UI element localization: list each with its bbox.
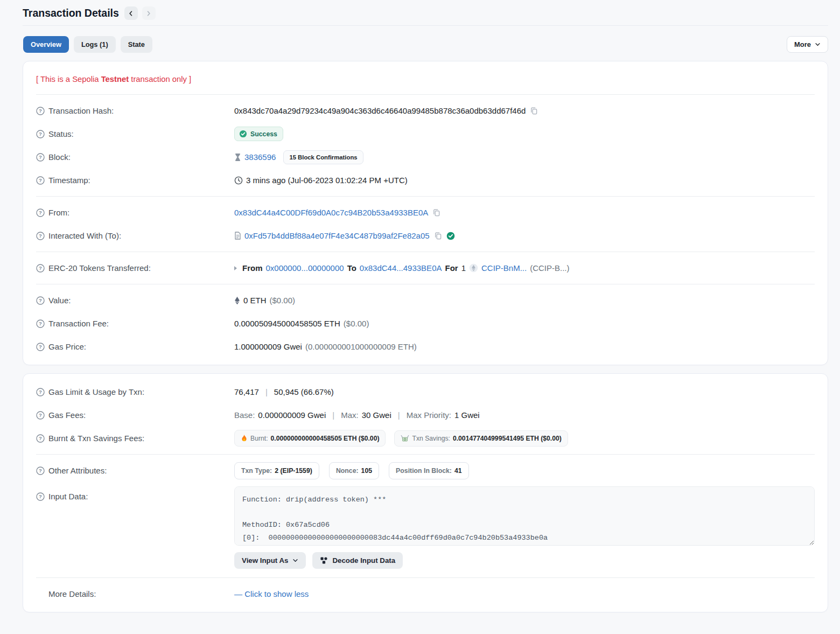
nonce-label: Nonce:	[336, 467, 359, 475]
help-icon[interactable]: ?	[36, 264, 45, 273]
help-icon[interactable]: ?	[36, 232, 45, 240]
help-icon[interactable]: ?	[36, 343, 45, 351]
row-input-data: ? Input Data: Function: drip(address tok…	[36, 482, 815, 569]
tab-logs[interactable]: Logs (1)	[74, 36, 116, 53]
row-label-text: Other Attributes:	[48, 466, 107, 475]
decode-blocks-icon	[320, 556, 328, 565]
svg-text:?: ?	[39, 468, 42, 473]
erc20-for-label: For	[445, 263, 458, 273]
row-label-text: Gas Fees:	[48, 410, 86, 420]
copy-from-address-button[interactable]	[431, 207, 442, 218]
svg-text:?: ?	[39, 108, 42, 114]
row-timestamp: ? Timestamp: 3 mins ago (Jul-06-2023 01:…	[36, 169, 815, 192]
row-interacted-with: ? Interacted With (To): 0xFd57b4ddBf88a4…	[36, 224, 815, 247]
svg-text:?: ?	[39, 493, 42, 499]
row-from: ? From: 0x83dC44a4C00DFf69d0A0c7c94B20b5…	[36, 201, 815, 224]
row-transaction-fee: ? Transaction Fee: 0.000050945000458505 …	[36, 312, 815, 335]
to-address-link[interactable]: 0xFd57b4ddBf88a4e07fF4e34C487b99af2Fe82a…	[244, 231, 430, 240]
input-data-textarea[interactable]: Function: drip(address token) *** Method…	[234, 486, 815, 546]
help-icon[interactable]: ?	[36, 466, 45, 475]
help-icon[interactable]: ?	[36, 492, 45, 501]
txn-savings-label: Txn Savings:	[412, 435, 450, 442]
erc20-amount: 1	[461, 263, 466, 273]
svg-text:?: ?	[39, 233, 42, 239]
help-icon[interactable]: ?	[36, 296, 45, 305]
svg-text:?: ?	[39, 154, 42, 160]
tab-overview[interactable]: Overview	[23, 36, 69, 53]
overview-card: [ This is a Sepolia Testnet transaction …	[23, 61, 828, 365]
help-icon[interactable]: ?	[36, 388, 45, 396]
svg-text:?: ?	[39, 344, 42, 350]
separator: |	[262, 387, 271, 396]
help-icon[interactable]: ?	[36, 434, 45, 443]
pagination	[124, 6, 156, 20]
txn-type-label: Txn Type:	[241, 467, 272, 475]
header-divider	[23, 25, 828, 26]
row-more-details: More Details: — Click to show less	[36, 582, 815, 605]
page-header: Transaction Details	[23, 0, 828, 25]
max-priority-label: Max Priority:	[407, 410, 451, 420]
row-status: ? Status: Success	[36, 122, 815, 145]
status-badge: Success	[234, 127, 283, 141]
row-label-text: Interacted With (To):	[48, 231, 121, 240]
row-burnt-fees: ? Burnt & Txn Savings Fees: Burnt: 0.000…	[36, 427, 815, 450]
help-icon[interactable]: ?	[36, 153, 45, 162]
more-dropdown-label: More	[794, 40, 811, 48]
erc20-to-address-link[interactable]: 0x83dC44...4933BE0A	[360, 263, 442, 273]
chevron-left-icon	[128, 10, 134, 17]
max-fee-label: Max:	[341, 410, 359, 420]
copy-icon	[432, 208, 440, 217]
decode-input-data-button[interactable]: Decode Input Data	[312, 552, 403, 569]
copy-icon	[530, 107, 538, 115]
more-dropdown-button[interactable]: More	[787, 36, 828, 53]
check-circle-icon	[239, 130, 247, 138]
row-label-text: Value:	[48, 296, 71, 305]
tab-state[interactable]: State	[121, 36, 152, 53]
erc20-to-label: To	[347, 263, 356, 273]
page: Transaction Details Overview Logs (1) St…	[0, 0, 840, 631]
help-icon[interactable]: ?	[36, 411, 45, 420]
copy-to-address-button[interactable]	[433, 231, 443, 241]
help-icon[interactable]: ?	[36, 319, 45, 328]
chevron-right-icon	[145, 10, 152, 17]
help-icon[interactable]: ?	[36, 130, 45, 138]
details-card: ? Gas Limit & Usage by Txn: 76,417 | 50,…	[23, 373, 828, 612]
transaction-fee-usd: ($0.00)	[344, 319, 369, 328]
token-name-link[interactable]: CCIP-BnM...	[481, 263, 527, 273]
ethereum-icon	[234, 296, 240, 305]
row-gas-limit: ? Gas Limit & Usage by Txn: 76,417 | 50,…	[36, 380, 815, 403]
svg-text:?: ?	[39, 435, 42, 441]
prev-transaction-button[interactable]	[124, 6, 138, 20]
row-label-text: Transaction Hash:	[48, 106, 114, 115]
row-transaction-hash: ? Transaction Hash: 0x843dc70a4a29d79234…	[36, 99, 815, 122]
svg-text:?: ?	[39, 321, 42, 326]
help-icon[interactable]: ?	[36, 208, 45, 217]
txn-type-value: 2 (EIP-1559)	[275, 467, 312, 475]
erc20-from-address-link[interactable]: 0x000000...00000000	[266, 263, 344, 273]
block-number-link[interactable]: 3836596	[244, 152, 276, 162]
decode-input-data-label: Decode Input Data	[332, 556, 395, 565]
separator: |	[395, 410, 403, 420]
help-icon[interactable]: ?	[36, 176, 45, 185]
burnt-fee-badge: Burnt: 0.000000000000458505 ETH ($0.00)	[234, 430, 386, 447]
row-label-text: Gas Limit & Usage by Txn:	[48, 387, 144, 396]
copy-icon	[434, 232, 442, 240]
token-icon	[469, 263, 478, 273]
show-less-link[interactable]: — Click to show less	[234, 589, 309, 598]
copy-hash-button[interactable]	[529, 106, 539, 116]
testnet-warning: [ This is a Sepolia Testnet transaction …	[36, 68, 815, 90]
timestamp-value: 3 mins ago (Jul-06-2023 01:02:24 PM +UTC…	[246, 176, 408, 185]
txn-savings-badge: Txn Savings: 0.001477404999541495 ETH ($…	[394, 430, 568, 447]
position-label: Position In Block:	[396, 467, 452, 475]
row-other-attributes: ? Other Attributes: Txn Type: 2 (EIP-155…	[36, 459, 815, 482]
row-block: ? Block: 3836596 15 Block Confirmations	[36, 145, 815, 169]
help-icon[interactable]: ?	[36, 107, 45, 115]
svg-text:?: ?	[39, 412, 42, 418]
view-input-as-button[interactable]: View Input As	[234, 552, 306, 569]
gas-limit-value: 76,417	[234, 387, 259, 396]
from-address-link[interactable]: 0x83dC44a4C00DFf69d0A0c7c94B20b53a4933BE…	[234, 208, 428, 217]
flame-icon	[241, 434, 248, 442]
next-transaction-button[interactable]	[142, 6, 156, 20]
row-value: ? Value: 0 ETH ($0.00)	[36, 289, 815, 312]
status-text: Success	[250, 130, 277, 138]
